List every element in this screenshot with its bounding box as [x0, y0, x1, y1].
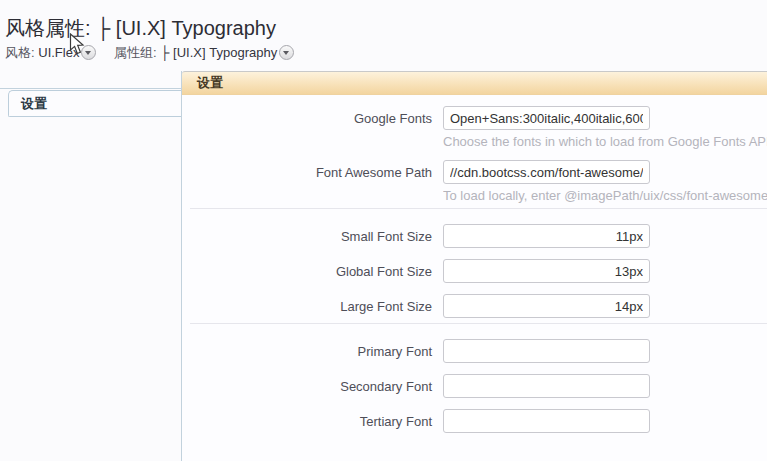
group-dropdown-icon[interactable]: [279, 45, 294, 60]
settings-form: Google FontsChoose the fonts in which to…: [182, 95, 767, 461]
small-font-size-label: Small Font Size: [182, 229, 432, 244]
page-title: 风格属性: ├ [UI.X] Typography: [5, 15, 276, 42]
tabstrip-top-border: [0, 88, 182, 89]
mouse-cursor-icon: [69, 33, 86, 56]
google-fonts-input[interactable]: [443, 106, 650, 130]
font-awesome-path-input[interactable]: [443, 160, 650, 184]
group-divider: [190, 323, 767, 324]
google-fonts-label: Google Fonts: [182, 111, 432, 126]
field-google-fonts: Google FontsChoose the fonts in which to…: [182, 106, 767, 149]
font-awesome-path-label: Font Awesome Path: [182, 165, 432, 180]
section-header-label: 设置: [197, 75, 223, 90]
tab-settings[interactable]: 设置: [8, 90, 181, 117]
global-font-size-label: Global Font Size: [182, 264, 432, 279]
tab-settings-label: 设置: [21, 96, 47, 111]
style-label: 风格:: [5, 45, 35, 60]
breadcrumb-bar: 风格: UI.Flex 属性组: ├ [UI.X] Typography: [5, 44, 294, 62]
large-font-size-input[interactable]: [443, 294, 650, 318]
primary-font-label: Primary Font: [182, 344, 432, 359]
group-label: 属性组:: [114, 45, 157, 60]
small-font-size-input[interactable]: [443, 224, 650, 248]
tertiary-font-input[interactable]: [443, 409, 650, 433]
primary-font-input[interactable]: [443, 339, 650, 363]
group-value: ├ [UI.X] Typography: [160, 45, 277, 60]
field-large-font-size: Large Font Size: [182, 294, 767, 318]
section-header-settings[interactable]: 设置: [182, 71, 767, 95]
secondary-font-label: Secondary Font: [182, 379, 432, 394]
google-fonts-help-text: Choose the fonts in which to load from G…: [443, 134, 767, 149]
global-font-size-input[interactable]: [443, 259, 650, 283]
secondary-font-input[interactable]: [443, 374, 650, 398]
tertiary-font-label: Tertiary Font: [182, 414, 432, 429]
field-small-font-size: Small Font Size: [182, 224, 767, 248]
field-tertiary-font: Tertiary Font: [182, 409, 767, 433]
group-divider: [190, 208, 767, 209]
field-global-font-size: Global Font Size: [182, 259, 767, 283]
field-secondary-font: Secondary Font: [182, 374, 767, 398]
large-font-size-label: Large Font Size: [182, 299, 432, 314]
font-awesome-path-help-text: To load locally, enter @imagePath/uix/cs…: [443, 188, 767, 203]
field-primary-font: Primary Font: [182, 339, 767, 363]
field-font-awesome-path: Font Awesome PathTo load locally, enter …: [182, 160, 767, 203]
